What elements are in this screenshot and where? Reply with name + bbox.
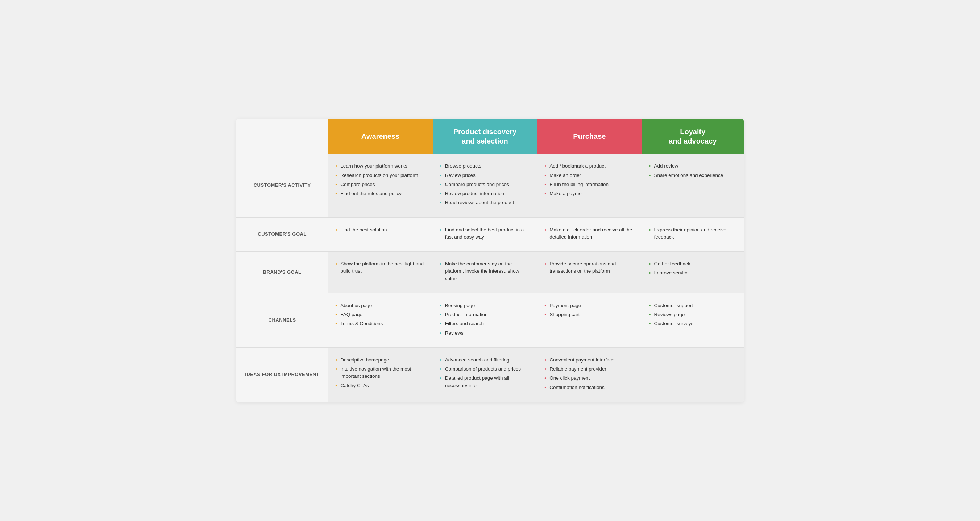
row-label: CUSTOMER'S GOAL xyxy=(236,217,328,252)
list-item: Shopping cart xyxy=(544,311,634,318)
list-item: Customer surveys xyxy=(649,320,737,327)
table-row: CUSTOMER'S GOALFind the best solutionFin… xyxy=(236,217,744,252)
cell-loyalty: Add reviewShare emotions and experience xyxy=(642,154,744,217)
list-item: Review prices xyxy=(440,172,530,179)
list-item: Make the customer stay on the platform, … xyxy=(440,260,530,282)
list-item: Comparison of products and prices xyxy=(440,365,530,373)
list-item: Add / bookmark a product xyxy=(544,163,634,170)
list-item: FAQ page xyxy=(335,311,425,318)
cell-awareness: Learn how your platform worksResearch pr… xyxy=(328,154,433,217)
list-item: Learn how your platform works xyxy=(335,163,425,170)
list-item: Catchy CTAs xyxy=(335,382,425,389)
table-row: IDEAS FOR UX IMPROVEMENTDescriptive home… xyxy=(236,347,744,402)
cell-discovery: Browse productsReview pricesCompare prod… xyxy=(433,154,537,217)
cell-awareness: Find the best solution xyxy=(328,217,433,252)
list-item: Add review xyxy=(649,163,737,170)
list-item: Reviews page xyxy=(649,311,737,318)
journey-map-table: Awareness Product discoveryand selection… xyxy=(236,119,744,402)
header-loyalty: Loyaltyand advocacy xyxy=(642,119,744,154)
list-item: Payment page xyxy=(544,302,634,309)
header-label-col xyxy=(236,119,328,154)
list-item: Convenient payment interface xyxy=(544,356,634,364)
list-item: Fill in the billing information xyxy=(544,181,634,188)
list-item: Reviews xyxy=(440,330,530,337)
cell-loyalty: Gather feedbackImprove service xyxy=(642,252,744,293)
table-row: BRAND'S GOALShow the platform in the bes… xyxy=(236,252,744,293)
list-item: Terms & Conditions xyxy=(335,320,425,327)
list-item: Improve service xyxy=(649,269,737,277)
list-item: Product Information xyxy=(440,311,530,318)
list-item: Filters and search xyxy=(440,320,530,327)
row-label: CUSTOMER'S ACTIVITY xyxy=(236,154,328,217)
list-item: Review product information xyxy=(440,190,530,197)
list-item: Find and select the best product in a fa… xyxy=(440,226,530,241)
cell-awareness: Show the platform in the best light and … xyxy=(328,252,433,293)
list-item: Make a quick order and receive all the d… xyxy=(544,226,634,241)
list-item: Find the best solution xyxy=(335,226,425,234)
cell-discovery: Advanced search and filteringComparison … xyxy=(433,347,537,402)
cell-purchase: Provide secure operations and transactio… xyxy=(537,252,641,293)
list-item: Detailed product page with all necessary… xyxy=(440,374,530,389)
cell-purchase: Make a quick order and receive all the d… xyxy=(537,217,641,252)
list-item: Booking page xyxy=(440,302,530,309)
cell-discovery: Make the customer stay on the platform, … xyxy=(433,252,537,293)
list-item: Intuitive navigation with the most impor… xyxy=(335,365,425,380)
list-item: Descriptive homepage xyxy=(335,356,425,364)
cell-awareness: Descriptive homepageIntuitive navigation… xyxy=(328,347,433,402)
list-item: Gather feedback xyxy=(649,260,737,268)
list-item: Reliable payment provider xyxy=(544,365,634,373)
list-item: About us page xyxy=(335,302,425,309)
table-row: CUSTOMER'S ACTIVITYLearn how your platfo… xyxy=(236,154,744,217)
list-item: Find out the rules and policy xyxy=(335,190,425,197)
list-item: Compare prices xyxy=(335,181,425,188)
cell-discovery: Find and select the best product in a fa… xyxy=(433,217,537,252)
header-discovery: Product discoveryand selection xyxy=(433,119,537,154)
list-item: Provide secure operations and transactio… xyxy=(544,260,634,275)
cell-purchase: Convenient payment interfaceReliable pay… xyxy=(537,347,641,402)
cell-loyalty: Customer supportReviews pageCustomer sur… xyxy=(642,293,744,347)
list-item: Show the platform in the best light and … xyxy=(335,260,425,275)
list-item: Read reviews about the product xyxy=(440,199,530,206)
list-item: Browse products xyxy=(440,163,530,170)
cell-awareness: About us pageFAQ pageTerms & Conditions xyxy=(328,293,433,347)
list-item: Make a payment xyxy=(544,190,634,197)
list-item: Confirmation notifications xyxy=(544,384,634,391)
row-label: IDEAS FOR UX IMPROVEMENT xyxy=(236,347,328,402)
list-item: One click payment xyxy=(544,374,634,382)
list-item: Customer support xyxy=(649,302,737,309)
list-item: Advanced search and filtering xyxy=(440,356,530,364)
cell-purchase: Add / bookmark a productMake an orderFil… xyxy=(537,154,641,217)
list-item: Make an order xyxy=(544,172,634,179)
cell-loyalty xyxy=(642,347,744,402)
table-row: CHANNELSAbout us pageFAQ pageTerms & Con… xyxy=(236,293,744,347)
list-item: Share emotions and experience xyxy=(649,172,737,179)
list-item: Express their opinion and receive feedba… xyxy=(649,226,737,241)
list-item: Compare products and prices xyxy=(440,181,530,188)
header-awareness: Awareness xyxy=(328,119,433,154)
list-item: Research products on your platform xyxy=(335,172,425,179)
cell-discovery: Booking pageProduct InformationFilters a… xyxy=(433,293,537,347)
row-label: CHANNELS xyxy=(236,293,328,347)
cell-loyalty: Express their opinion and receive feedba… xyxy=(642,217,744,252)
cell-purchase: Payment pageShopping cart xyxy=(537,293,641,347)
header-purchase: Purchase xyxy=(537,119,641,154)
row-label: BRAND'S GOAL xyxy=(236,252,328,293)
